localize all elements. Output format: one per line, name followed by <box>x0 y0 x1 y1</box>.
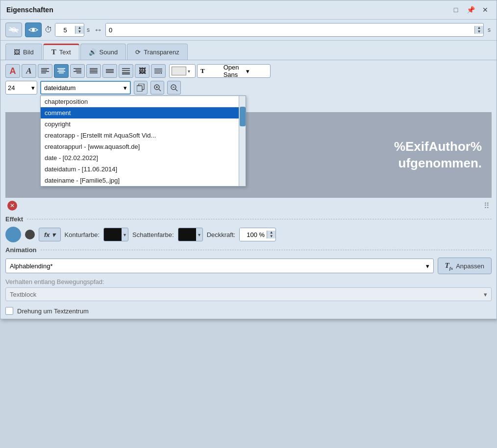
tab-sound[interactable]: 🔊 Sound <box>80 44 126 60</box>
offset-spinner: 0 ▲ ▼ <box>105 23 484 37</box>
remove-button[interactable]: ✕ <box>7 201 17 211</box>
effekt-row: fx ▾ Konturfarbe: ▾ Schattenfarbe: ▾ Dec… <box>5 227 492 242</box>
scrollbar-thumb <box>240 107 246 126</box>
inner-circle-filled <box>9 230 18 239</box>
zoom-in-button[interactable] <box>150 81 164 94</box>
schattenfarbe-label: Schattenfarbe: <box>132 231 174 238</box>
color-selector-group: ▾ <box>169 64 196 78</box>
behavior-label: Verhalten entlang Bewegungspfad: <box>5 278 492 285</box>
deckkraft-label: Deckkraft: <box>207 231 236 238</box>
transparenz-icon: ⟳ <box>135 48 141 56</box>
tab-text-label: Text <box>59 48 71 56</box>
insert-image-button[interactable]: 🖼 <box>135 64 149 78</box>
animation-select[interactable]: Alphablending* ▾ <box>5 259 434 273</box>
text-color-swatch <box>172 67 186 75</box>
dropdown-item-chapterposition[interactable]: chapterposition <box>41 96 246 107</box>
deckkraft-down[interactable]: ▼ <box>267 235 275 238</box>
properties-window: Eigenschaften □ 📌 ✕ ⏱ 5 <box>0 0 497 319</box>
zoom-out-icon <box>170 84 178 92</box>
dropdown-item-date[interactable]: date - [02.02.2022] <box>41 152 246 164</box>
deckkraft-input[interactable]: 100 % <box>240 228 267 241</box>
toggle-btn-2[interactable] <box>25 23 42 37</box>
toggle-btn-1[interactable] <box>5 23 22 37</box>
copy-icon <box>137 84 145 92</box>
sound-icon: 🔊 <box>89 48 97 56</box>
align-justify-icon <box>90 68 98 74</box>
eye-icon <box>28 26 38 33</box>
animation-divider-line <box>41 250 492 250</box>
variable-arrow: ▾ <box>124 84 127 92</box>
drehung-checkbox[interactable] <box>5 307 13 315</box>
variable-selector[interactable]: dateidatum ▾ <box>40 81 131 94</box>
align-bottom-button[interactable] <box>119 64 133 78</box>
dropdown-item-dateiname[interactable]: dateiname - [Familie5,.jpg] <box>41 175 246 186</box>
bold-button[interactable]: A <box>5 64 20 78</box>
copy-button[interactable] <box>134 81 148 94</box>
schattenfarbe-button[interactable]: ▾ <box>178 228 203 241</box>
line-spacing-button[interactable] <box>102 64 117 78</box>
arrow-expand-icon: ↔ <box>94 25 102 35</box>
align-left-button[interactable] <box>38 64 52 78</box>
konturfarbe-button[interactable]: ▾ <box>103 228 128 241</box>
effekt-divider-line <box>27 219 492 219</box>
svg-point-3 <box>32 28 35 31</box>
align-center-icon <box>57 68 65 74</box>
svg-rect-32 <box>137 86 142 92</box>
animation-arrow: ▾ <box>426 262 429 270</box>
text-color-button[interactable]: ▾ <box>169 64 196 78</box>
time-down-arrow[interactable]: ▼ <box>75 30 84 34</box>
effekt-label: Effekt <box>5 215 23 223</box>
text-tab-icon: T <box>51 48 56 56</box>
offset-down-arrow[interactable]: ▼ <box>475 30 483 34</box>
time-input-group: ⏱ 5 ▲ ▼ s <box>45 23 91 37</box>
time-value-input[interactable]: 5 <box>55 24 75 36</box>
anpassen-label: Anpassen <box>456 262 484 270</box>
behavior-arrow: ▾ <box>484 291 487 298</box>
line-spacing-icon <box>106 68 114 74</box>
align-justify-button[interactable] <box>86 64 101 78</box>
offset-value-input[interactable]: 0 <box>106 24 474 36</box>
italic-button[interactable]: A <box>22 64 36 78</box>
second-row: 24 ▾ dateidatum ▾ chapterposition commen… <box>5 81 492 94</box>
size-arrow: ▾ <box>31 84 35 92</box>
schattenfarbe-arrow: ▾ <box>196 232 202 237</box>
behavior-select[interactable]: Textblock ▾ <box>5 287 492 301</box>
eye-slash-icon <box>9 26 19 33</box>
dropdown-item-comment[interactable]: comment <box>41 107 246 118</box>
dropdown-item-dateidatum[interactable]: dateidatum - [11.06.2014] <box>41 164 246 175</box>
konturfarbe-arrow: ▾ <box>122 232 128 237</box>
pin-button[interactable]: 📌 <box>465 4 476 15</box>
titlebar-controls: □ 📌 ✕ <box>450 4 491 15</box>
svg-line-36 <box>159 89 161 91</box>
dropdown-container: dateidatum ▾ chapterposition comment cop… <box>40 81 131 94</box>
time-unit-label: s <box>87 26 90 33</box>
maximize-button[interactable]: □ <box>450 4 461 15</box>
animation-section-divider: Animation <box>5 246 492 254</box>
dropdown-scrollbar[interactable] <box>239 96 246 186</box>
text-direction-icon <box>154 68 162 74</box>
dropdown-item-copyright[interactable]: copyright <box>41 118 246 130</box>
effekt-circle-filled[interactable] <box>5 227 21 242</box>
anpassen-button[interactable]: Tfx Anpassen <box>438 258 492 274</box>
align-center-button[interactable] <box>54 64 69 78</box>
color-dropdown-arrow: ▾ <box>188 69 190 74</box>
tab-transparenz[interactable]: ⟳ Transparenz <box>127 44 188 60</box>
close-button[interactable]: ✕ <box>480 4 491 15</box>
tab-text[interactable]: T Text <box>43 44 79 60</box>
dropdown-item-creatorappurl[interactable]: creatorappurl - [www.aquasoft.de] <box>41 141 246 152</box>
formatting-row: A A <box>5 64 492 78</box>
effekt-dot-button[interactable] <box>25 230 35 239</box>
align-right-icon <box>74 68 81 74</box>
align-right-button[interactable] <box>70 64 85 78</box>
svg-line-39 <box>175 89 177 91</box>
font-size-selector[interactable]: 24 ▾ <box>5 81 37 94</box>
drehung-row: Drehung um Textzentrum <box>5 307 492 315</box>
font-selector[interactable]: T Open Sans ▾ <box>197 64 271 78</box>
fx-button[interactable]: fx ▾ <box>39 228 61 241</box>
text-direction-button[interactable] <box>151 64 166 78</box>
tab-bild[interactable]: 🖼 Bild <box>5 44 42 60</box>
animation-label: Animation <box>5 246 37 254</box>
dropdown-item-creatorapp[interactable]: creatorapp - [Erstellt mit AquaSoft Vid.… <box>41 130 246 141</box>
font-name-label: Open Sans <box>224 64 245 78</box>
zoom-out-button[interactable] <box>167 81 181 94</box>
